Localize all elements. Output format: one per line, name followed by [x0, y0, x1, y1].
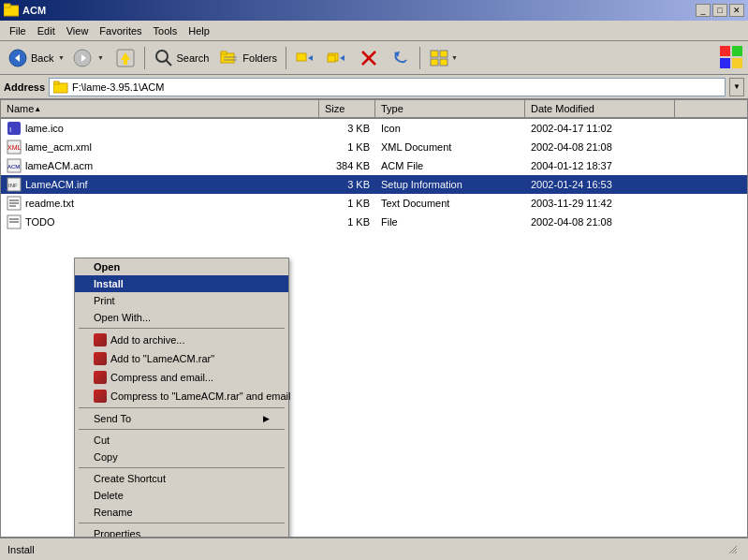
copy-to-button[interactable]	[322, 45, 352, 71]
search-button[interactable]: Search	[149, 45, 213, 71]
svg-rect-29	[720, 58, 730, 68]
ctx-add-lameacm[interactable]: Add to "LameACM.rar"	[75, 349, 288, 368]
file-size: 1 KB	[319, 198, 375, 209]
ctx-create-shortcut[interactable]: Create Shortcut	[75, 470, 288, 487]
address-dropdown[interactable]: ▼	[729, 78, 744, 96]
svg-line-50	[735, 552, 737, 553]
ctx-install[interactable]: Install	[75, 275, 288, 292]
toolbar: Back ▼ ▼ Search	[0, 41, 748, 75]
ctx-open-with[interactable]: Open With...	[75, 309, 288, 326]
submenu-arrow: ▶	[263, 414, 270, 423]
file-name: XML lame_acm.xml	[1, 140, 319, 155]
svg-marker-18	[340, 55, 345, 61]
acm-icon: ACM	[7, 158, 22, 173]
file-type: XML Document	[375, 141, 525, 153]
file-row[interactable]: XML lame_acm.xml 1 KB XML Document 2002-…	[1, 138, 747, 156]
ctx-send-to[interactable]: Send To ▶	[75, 410, 288, 427]
address-label: Address	[4, 81, 45, 93]
col-name[interactable]: Name	[1, 100, 319, 117]
menu-edit[interactable]: Edit	[32, 23, 61, 38]
file-list-header: Name Size Type Date Modified	[1, 100, 747, 119]
ctx-rename[interactable]: Rename	[75, 504, 288, 521]
ctx-open[interactable]: Open	[75, 258, 288, 275]
toolbar-sep-3	[419, 47, 420, 69]
svg-rect-8	[124, 60, 127, 65]
ctx-cut[interactable]: Cut	[75, 432, 288, 449]
toolbar-sep-2	[286, 47, 286, 69]
move-to-button[interactable]	[290, 45, 320, 71]
back-label: Back	[31, 52, 53, 64]
svg-rect-23	[431, 51, 438, 57]
menu-bar: File Edit View Favorites Tools Help	[0, 21, 748, 41]
ctx-delete[interactable]: Delete	[75, 487, 288, 504]
search-icon	[154, 48, 174, 68]
menu-favorites[interactable]: Favorites	[94, 23, 147, 38]
col-size[interactable]: Size	[319, 100, 375, 117]
svg-rect-1	[4, 4, 10, 7]
svg-rect-26	[440, 59, 447, 66]
windows-logo	[718, 44, 744, 72]
menu-view[interactable]: View	[61, 23, 95, 38]
svg-text:I: I	[9, 125, 11, 134]
xml-icon: XML	[7, 140, 22, 155]
file-type: ACM File	[375, 160, 525, 171]
file-row[interactable]: TODO 1 KB File 2002-04-08 21:08	[1, 213, 747, 231]
ctx-copy[interactable]: Copy	[75, 449, 288, 465]
ico-icon: I	[7, 121, 22, 136]
file-row[interactable]: I lame.ico 3 KB Icon 2002-04-17 11:02	[1, 119, 747, 138]
txt-icon	[7, 196, 22, 211]
ctx-properties[interactable]: Properties	[75, 525, 288, 538]
file-name: INF LameACM.inf	[1, 177, 319, 192]
status-bar: Install	[0, 538, 748, 560]
file-name: TODO	[1, 214, 319, 229]
resize-handle[interactable]	[726, 542, 741, 557]
file-date: 2004-01-12 18:37	[525, 160, 675, 171]
file-row[interactable]: ACM lameACM.acm 384 KB ACM File 2004-01-…	[1, 156, 747, 175]
ctx-compress-email[interactable]: Compress and email...	[75, 368, 288, 387]
file-row[interactable]: readme.txt 1 KB Text Document 2003-11-29…	[1, 194, 747, 213]
address-path: F:\lame-3.95.1\ACM	[72, 81, 164, 93]
address-folder-icon	[53, 80, 68, 95]
back-button[interactable]: Back ▼	[4, 45, 67, 71]
window-controls: _ □ ✕	[696, 4, 744, 17]
winrar-icon-4	[94, 390, 107, 403]
ctx-compress-lameacm-email[interactable]: Compress to "LameACM.rar" and email	[75, 387, 288, 405]
maximize-button[interactable]: □	[712, 4, 727, 17]
title-icon	[4, 2, 19, 19]
up-button[interactable]	[110, 45, 140, 71]
menu-file[interactable]: File	[4, 23, 32, 38]
svg-text:INF: INF	[8, 183, 18, 188]
file-row-selected[interactable]: INF LameACM.inf 3 KB Setup Information 2…	[1, 175, 747, 194]
title-bar: ACM _ □ ✕	[0, 0, 748, 21]
col-type[interactable]: Type	[375, 100, 525, 117]
menu-help[interactable]: Help	[183, 23, 215, 38]
forward-button[interactable]: ▼	[69, 45, 109, 71]
status-text: Install	[7, 544, 726, 555]
file-type: Icon	[375, 123, 525, 134]
folders-icon	[220, 48, 241, 68]
col-date[interactable]: Date Modified	[525, 100, 675, 117]
ctx-print[interactable]: Print	[75, 292, 288, 309]
undo-button[interactable]	[386, 45, 416, 71]
minimize-button[interactable]: _	[696, 4, 711, 17]
file-icon	[7, 214, 22, 229]
ctx-add-archive[interactable]: Add to archive...	[75, 331, 288, 349]
svg-rect-15	[297, 53, 306, 61]
svg-rect-32	[53, 81, 59, 84]
close-button[interactable]: ✕	[729, 4, 744, 17]
views-icon	[429, 48, 449, 68]
svg-rect-19	[328, 55, 335, 62]
delete-button[interactable]	[354, 45, 384, 71]
folders-label: Folders	[242, 52, 277, 64]
views-button[interactable]: ▼	[424, 45, 462, 71]
folders-button[interactable]: Folders	[215, 45, 282, 71]
address-field[interactable]: F:\lame-3.95.1\ACM	[49, 78, 726, 96]
file-date: 2002-04-08 21:08	[525, 141, 675, 153]
svg-line-10	[166, 60, 171, 66]
file-date: 2003-11-29 11:42	[525, 198, 675, 209]
svg-rect-28	[732, 46, 742, 56]
menu-tools[interactable]: Tools	[148, 23, 183, 38]
file-name: I lame.ico	[1, 121, 319, 136]
move-to-icon	[295, 48, 315, 68]
file-date: 2002-04-08 21:08	[525, 216, 675, 228]
